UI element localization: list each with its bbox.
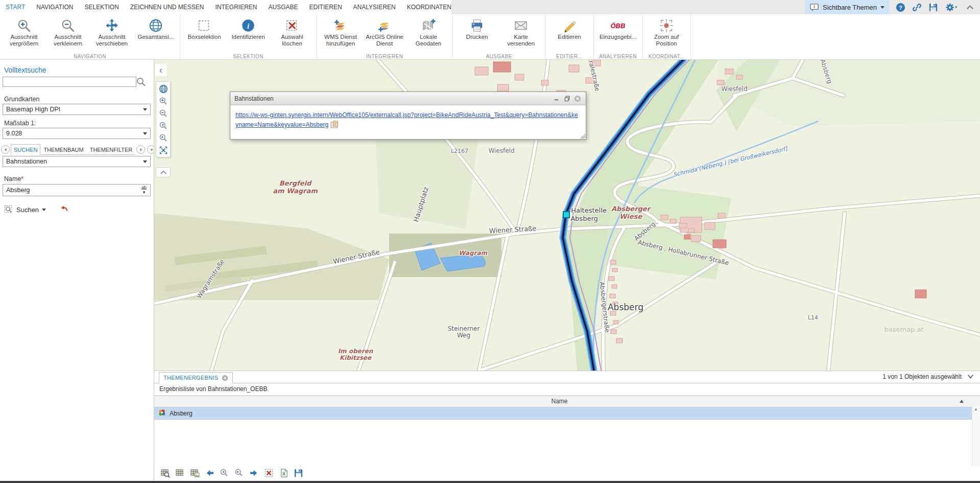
search-execute-button[interactable]: Suchen	[4, 205, 46, 214]
column-header-name[interactable]: Name	[154, 396, 965, 406]
scale-select[interactable]: 9.028	[3, 128, 151, 139]
basemap-select[interactable]: Basemap High DPI	[3, 104, 151, 115]
drucken-button[interactable]: Drucken	[455, 15, 499, 53]
einzugsgebi-button[interactable]: ÖBBEinzugsgebi...	[596, 15, 640, 53]
visible-themes-label: Sichtbare Themen	[823, 4, 877, 11]
save-icon[interactable]	[928, 3, 938, 12]
identifizieren-button[interactable]: iIdentifizieren	[226, 15, 270, 53]
minimize-icon[interactable]	[552, 95, 560, 103]
excel-export-icon[interactable]: X	[279, 468, 289, 478]
search-sidebar: Volltextsuche Grundkarten Basemap High D…	[0, 60, 154, 481]
search-icon[interactable]	[136, 77, 146, 87]
ribbon-group-ausgabe: DruckenKarte versendenAUSGABE	[453, 14, 545, 59]
sidebar-tab-themenbaum[interactable]: THEMENBAUM	[40, 144, 86, 155]
boxselektion-button[interactable]: Boxselektion	[182, 15, 226, 53]
close-icon[interactable]	[573, 95, 582, 103]
zoom-out-icon[interactable]	[158, 108, 169, 119]
tab-ausgabe[interactable]: AUSGABE	[263, 0, 304, 14]
edit-pencil-icon	[562, 17, 577, 34]
dialog-resize-handle[interactable]	[581, 134, 585, 139]
collapse-results-icon[interactable]	[967, 373, 975, 381]
prev-arrow-icon[interactable]	[205, 468, 215, 478]
reset-search-icon[interactable]	[59, 204, 68, 215]
suggestion-sort-icon[interactable]: a̲b̲▾	[140, 186, 148, 195]
zoom-next-result-icon[interactable]	[234, 468, 245, 478]
sidebar-tab-themenfilter[interactable]: THEMENFILTER	[87, 144, 136, 155]
tab-navigation[interactable]: NAVIGATION	[31, 0, 79, 14]
query-theme-select[interactable]: Bahnstationen	[3, 156, 151, 167]
external-call-link[interactable]: https://w-ws-ginten.synergis.intern/WebO…	[235, 111, 578, 128]
tab-selektion[interactable]: SELEKTION	[79, 0, 124, 14]
button-label: Editieren	[558, 34, 581, 40]
clear-selection-small-icon[interactable]	[264, 468, 274, 478]
selected-station-marker[interactable]	[563, 211, 570, 218]
results-scrollbar[interactable]: ▲	[972, 406, 980, 467]
scroll-up-icon[interactable]: ▲	[974, 407, 978, 411]
settings-gear-icon[interactable]	[945, 3, 959, 12]
collapse-ribbon-icon[interactable]	[965, 3, 975, 12]
scale-value: 9.028	[6, 130, 22, 137]
karte-versenden-button[interactable]: Karte versenden	[499, 15, 543, 53]
ausschnitt-verschieben-button[interactable]: Ausschnitt verschieben	[90, 15, 134, 53]
tab-zeichnen-und-messen[interactable]: ZEICHNEN UND MESSEN	[125, 0, 210, 14]
restore-window-icon[interactable]	[563, 95, 571, 103]
dialog-title-bar[interactable]: Bahnstationen	[230, 92, 586, 105]
result-name: Absberg	[170, 410, 193, 417]
zoom-to-table-icon[interactable]	[160, 468, 171, 478]
attribute-table-icon[interactable]	[175, 468, 185, 478]
button-label: WMS Dienst hinzufügen	[324, 34, 357, 47]
tab-koordinaten[interactable]: KOORDINATEN	[401, 0, 457, 14]
lokale-geodaten-button[interactable]: Lokale Geodaten	[407, 15, 450, 53]
fulltext-search-input[interactable]	[3, 77, 136, 87]
map-toolbar-collapse-button[interactable]	[156, 167, 171, 177]
results-table-header[interactable]: Name	[154, 396, 980, 407]
arcgis-online-dienst-button[interactable]: ArcGIS Online Dienst	[363, 15, 407, 53]
sidebar-tab-suchen[interactable]: SUCHEN	[11, 144, 40, 155]
globe-overview-icon[interactable]	[158, 83, 169, 94]
svg-text:X: X	[282, 471, 285, 476]
close-results-tab-icon[interactable]	[222, 375, 228, 381]
save-results-icon[interactable]	[294, 468, 304, 478]
fulltext-search-title[interactable]: Volltextsuche	[4, 66, 46, 74]
tab-start[interactable]: START	[0, 0, 31, 14]
tab-analysieren[interactable]: ANALYSIEREN	[348, 0, 401, 14]
zoom-in-icon[interactable]	[158, 96, 169, 106]
button-label: Zoom auf Position	[654, 34, 679, 47]
sidebar-collapse-button[interactable]: ‹	[155, 64, 166, 76]
name-field[interactable]: Absberg a̲b̲▾	[3, 184, 151, 196]
help-icon[interactable]: ?	[896, 3, 905, 12]
result-list-title: Ergebnisliste von Bahnstationen_OEBB	[154, 383, 980, 396]
gesamtansi-button[interactable]: Gesamtansi...	[134, 15, 178, 53]
scroll-tabs-right-icon[interactable]	[136, 145, 145, 154]
basemap-value: Basemap High DPI	[6, 106, 60, 113]
zoom-auf-position-button[interactable]: Zoom auf Position	[644, 15, 688, 53]
ribbon-group-analysieren: ÖBBEinzugsgebi...ANALYSIEREN	[594, 14, 642, 59]
ausschnitt-vergrößern-button[interactable]: Ausschnitt vergrößern	[2, 15, 46, 53]
map-canvas[interactable]: WiesfeldAbsbergSchmida (Nebeng.) [bei Gr…	[154, 60, 980, 371]
wms-dienst-hinzufügen-button[interactable]: WMS Dienst hinzufügen	[319, 15, 363, 53]
open-external-icon[interactable]	[330, 121, 339, 128]
scroll-tabs-left-icon[interactable]	[1, 145, 10, 154]
prev-extent-icon[interactable]	[158, 120, 169, 131]
editieren-button[interactable]: Editieren	[547, 15, 591, 53]
result-row[interactable]: Absberg	[154, 407, 980, 420]
sort-ascending-icon[interactable]	[960, 400, 964, 403]
next-arrow-icon[interactable]	[249, 468, 259, 478]
visible-themes-dropdown[interactable]: i Sichtbare Themen	[805, 0, 889, 14]
full-extent-icon[interactable]	[158, 145, 169, 155]
button-label: Drucken	[466, 34, 488, 40]
button-label: Karte versenden	[507, 34, 535, 47]
tab-integrieren[interactable]: INTEGRIEREN	[210, 0, 263, 14]
ausschnitt-verkleinern-button[interactable]: Ausschnitt verkleinern	[46, 15, 90, 53]
bahnstationen-dialog: Bahnstationen https://w-ws-ginten.synerg…	[230, 91, 586, 140]
tab-themenergebnis[interactable]: THEMENERGEBNIS	[159, 372, 233, 383]
ribbon-group-koordinat: Zoom auf PositionKOORDINAT...	[642, 14, 691, 59]
tab-editieren[interactable]: EDITIEREN	[304, 0, 348, 14]
group-label: ANALYSIEREN	[594, 54, 642, 59]
link-icon[interactable]	[912, 3, 922, 12]
table-report-icon[interactable]	[190, 468, 200, 478]
next-extent-icon[interactable]	[158, 132, 169, 143]
zoom-prev-result-icon[interactable]	[220, 468, 230, 478]
auswahl-löschen-button[interactable]: Auswahl löschen	[270, 15, 314, 53]
button-label: Identifizieren	[231, 34, 265, 40]
